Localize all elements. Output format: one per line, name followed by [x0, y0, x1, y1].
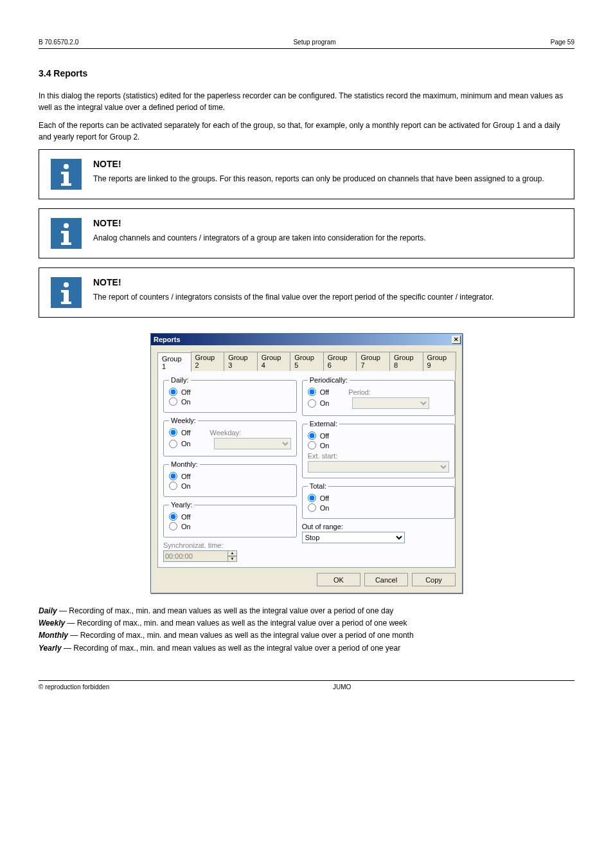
yearly-legend: Yearly: — [169, 501, 194, 509]
total-off-label: Off — [320, 494, 329, 502]
periodically-on-label: On — [320, 399, 330, 407]
field-descriptions: Daily — Recording of max., min. and mean… — [39, 605, 574, 655]
section-heading: 3.4 Reports — [39, 68, 574, 78]
desc-daily-val: Recording of max., min. and mean values … — [69, 606, 393, 615]
monthly-off-label: Off — [181, 473, 190, 480]
weekday-select[interactable] — [214, 438, 291, 449]
weekly-off-radio[interactable] — [169, 428, 177, 437]
note-title: NOTE! — [93, 218, 562, 228]
desc-yearly-val: Recording of max., min. and mean values … — [73, 644, 400, 653]
note-box-3: NOTE! The report of counters / integrato… — [39, 267, 574, 318]
external-off-radio[interactable] — [308, 431, 316, 440]
period-label: Period: — [348, 388, 371, 396]
daily-legend: Daily: — [169, 376, 191, 384]
external-on-label: On — [320, 442, 330, 449]
svg-point-1 — [64, 164, 69, 169]
note-box-2: NOTE! Analog channels and counters / int… — [39, 208, 574, 258]
desc-weekly-key: Weekly — [39, 619, 65, 628]
dialog-titlebar: Reports ✕ — [151, 334, 462, 345]
header-center: Setup program — [293, 39, 335, 46]
period-select[interactable] — [352, 397, 429, 409]
svg-rect-3 — [61, 172, 66, 174]
svg-point-11 — [64, 282, 69, 287]
daily-group: Daily: Off On — [163, 376, 297, 413]
yearly-on-label: On — [181, 523, 191, 530]
close-icon[interactable]: ✕ — [452, 336, 461, 344]
tab-group-2[interactable]: Group 2 — [191, 352, 225, 371]
weekly-on-label: On — [181, 440, 191, 448]
tab-group-5[interactable]: Group 5 — [290, 352, 324, 371]
info-icon — [51, 277, 82, 308]
periodically-group: Periodically: Off Period: On — [302, 376, 455, 416]
monthly-group: Monthly: Off On — [163, 460, 297, 497]
total-on-label: On — [320, 504, 330, 512]
note-title: NOTE! — [93, 159, 562, 169]
svg-rect-4 — [61, 183, 71, 186]
out-of-range-label: Out of range: — [302, 523, 455, 530]
periodically-on-radio[interactable] — [308, 399, 316, 408]
desc-daily-key: Daily — [39, 606, 57, 615]
footer-left: © reproduction forbidden — [39, 683, 109, 691]
total-off-radio[interactable] — [308, 494, 316, 502]
external-group: External: Off On Ext. start: — [302, 420, 455, 478]
yearly-off-radio[interactable] — [169, 512, 177, 521]
note-text: Analog channels and counters / integrato… — [93, 232, 562, 244]
note-title: NOTE! — [93, 277, 562, 287]
spin-up-icon[interactable]: ▲ — [227, 550, 237, 556]
sync-label: Synchronizat. time: — [163, 541, 297, 549]
daily-off-label: Off — [181, 388, 190, 396]
external-on-radio[interactable] — [308, 441, 316, 449]
sync-time-input[interactable] — [163, 550, 227, 562]
daily-on-radio[interactable] — [169, 397, 177, 406]
monthly-on-radio[interactable] — [169, 482, 177, 490]
monthly-off-radio[interactable] — [169, 472, 177, 480]
note-box-1: NOTE! The reports are linked to the grou… — [39, 149, 574, 199]
ext-start-label: Ext. start: — [308, 452, 449, 460]
svg-rect-8 — [61, 231, 66, 233]
daily-off-radio[interactable] — [169, 388, 177, 396]
yearly-off-label: Off — [181, 513, 190, 521]
weekly-on-radio[interactable] — [169, 440, 177, 448]
tab-group-6[interactable]: Group 6 — [323, 352, 357, 371]
desc-monthly-key: Monthly — [39, 631, 68, 640]
yearly-on-radio[interactable] — [169, 522, 177, 530]
copy-button[interactable]: Copy — [412, 573, 456, 586]
weekly-off-label: Off — [181, 429, 190, 437]
cancel-button[interactable]: Cancel — [364, 573, 408, 586]
external-legend: External: — [308, 420, 339, 428]
group-tabs: Group 1 Group 2 Group 3 Group 4 Group 5 … — [157, 352, 456, 371]
periodically-off-radio[interactable] — [308, 388, 316, 396]
svg-rect-14 — [61, 302, 71, 304]
dialog-title: Reports — [154, 336, 452, 343]
info-icon — [51, 159, 82, 190]
page-footer: © reproduction forbidden JUMO — [39, 680, 574, 691]
out-of-range-select[interactable]: Stop — [302, 532, 405, 543]
total-on-radio[interactable] — [308, 503, 316, 512]
tab-group-8[interactable]: Group 8 — [389, 352, 423, 371]
desc-yearly-key: Yearly — [39, 644, 62, 653]
header-right: Page 59 — [551, 39, 574, 46]
svg-point-6 — [64, 223, 69, 228]
tab-group-9[interactable]: Group 9 — [423, 352, 457, 371]
periodically-legend: Periodically: — [308, 376, 350, 384]
yearly-group: Yearly: Off On — [163, 501, 297, 538]
note-text: The reports are linked to the groups. Fo… — [93, 173, 562, 185]
weekday-label: Weekday: — [209, 429, 241, 437]
total-legend: Total: — [308, 482, 328, 490]
reports-dialog: Reports ✕ Group 1 Group 2 Group 3 Group … — [150, 333, 463, 593]
external-off-label: Off — [320, 432, 329, 440]
tab-group-4[interactable]: Group 4 — [257, 352, 291, 371]
intro-para-2: Each of the reports can be activated sep… — [39, 120, 574, 143]
ext-start-select[interactable] — [308, 461, 449, 473]
tab-group-1[interactable]: Group 1 — [157, 352, 191, 372]
sync-time-spinner: ▲▼ — [163, 550, 237, 562]
ok-button[interactable]: OK — [317, 573, 360, 586]
desc-weekly-val: Recording of max., min. and mean values … — [77, 619, 407, 628]
desc-monthly-val: Recording of max., min. and mean values … — [80, 631, 414, 640]
header-left: B 70.6570.2.0 — [39, 39, 78, 46]
periodically-off-label: Off — [320, 388, 329, 396]
tab-group-3[interactable]: Group 3 — [224, 352, 258, 371]
footer-center: JUMO — [333, 683, 351, 691]
tab-group-7[interactable]: Group 7 — [356, 352, 390, 371]
spin-down-icon[interactable]: ▼ — [227, 556, 237, 562]
